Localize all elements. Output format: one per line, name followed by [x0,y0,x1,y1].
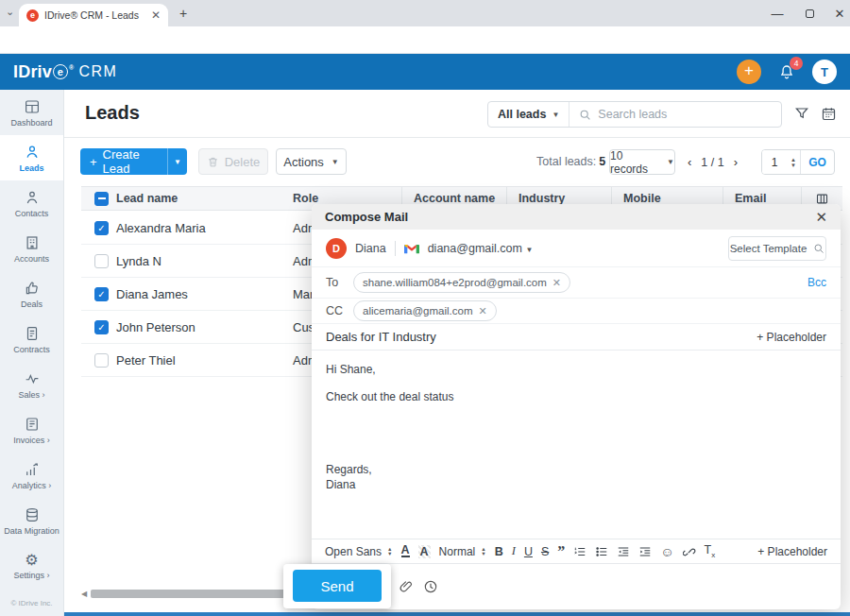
font-color-button[interactable]: A [401,545,410,557]
invoices-icon [24,416,41,433]
sidebar-item-invoices[interactable]: Invoices › [0,407,63,453]
ordered-list-button[interactable] [573,545,586,558]
strikethrough-button[interactable]: S [541,545,549,558]
gmail-icon [404,243,419,254]
underline-button[interactable]: U [524,545,533,558]
go-button[interactable]: GO [800,150,834,174]
view-filter-dropdown[interactable]: All leads ▼ [488,102,570,127]
create-lead-dropdown[interactable]: ▼ [168,148,187,175]
notifications-button[interactable]: 4 [778,63,795,80]
lead-name[interactable]: Alexandra Maria [116,221,293,235]
body-line: Hi Shane, [326,363,826,376]
logo-text: IDriv [13,62,52,82]
lead-name[interactable]: John Peterson [116,320,293,334]
scroll-left-icon[interactable]: ◀ [81,590,91,598]
font-family-dropdown[interactable]: Open Sans ▲▼ [325,545,393,558]
blockquote-button[interactable]: ” [557,547,565,556]
bcc-link[interactable]: Bcc [808,276,826,289]
notification-badge: 4 [790,57,803,70]
accounts-icon [24,234,41,251]
body-line: Check out the deal status [326,390,826,403]
sidebar-item-sales[interactable]: Sales › [0,362,63,407]
sidebar-item-analytics[interactable]: Analytics › [0,453,63,498]
close-icon[interactable]: ✕ [815,209,827,226]
prev-page-icon[interactable]: ‹ [688,155,691,169]
sidebar-item-settings[interactable]: ⚙ Settings › [0,543,63,589]
highlight-color-button[interactable]: A [418,545,431,558]
send-button[interactable]: Send [293,570,382,602]
row-checkbox[interactable] [94,254,109,268]
editor-toolbar: Open Sans ▲▼ A A Normal ▲▼ B I U S ” ☺ T… [312,539,841,564]
insert-link-button[interactable] [683,545,696,558]
recipient-chip[interactable]: shane.william084+e2prod@gmail.com ✕ [353,272,570,293]
compose-body-editor[interactable]: Hi Shane, Check out the deal status Rega… [312,351,841,539]
select-all-checkbox[interactable] [94,192,109,206]
analytics-icon [24,461,41,478]
toolbar-placeholder-button[interactable]: + Placeholder [757,545,827,558]
lead-name[interactable]: Peter Thiel [116,353,293,368]
search-input[interactable] [598,108,781,121]
quick-add-button[interactable]: + [737,60,761,84]
compose-subject-row[interactable]: Deals for IT Industry + Placeholder [312,324,841,351]
goto-page-input[interactable] [762,150,787,174]
sidebar-item-contracts[interactable]: Contracts [0,317,63,362]
row-checkbox[interactable]: ✓ [94,320,109,334]
col-lead-name[interactable]: Lead name [116,192,293,205]
lead-name[interactable]: Diana James [116,287,293,301]
subject-placeholder-button[interactable]: + Placeholder [756,331,826,344]
remove-recipient-icon[interactable]: ✕ [552,277,561,289]
sidebar-item-data-migration[interactable]: Data Migration [0,498,63,543]
row-checkbox[interactable]: ✓ [94,287,109,301]
create-lead-button[interactable]: + Create Lead [80,148,168,175]
compose-to-row[interactable]: To shane.william084+e2prod@gmail.com ✕ B… [312,267,841,299]
browser-tab[interactable]: e IDrive® CRM - Leads ✕ [19,4,168,26]
outdent-button[interactable] [617,545,630,558]
lead-name[interactable]: Lynda N [116,254,293,268]
row-checkbox[interactable] [94,353,109,368]
bullet-list-button[interactable] [595,545,608,558]
col-role[interactable]: Role [293,192,401,205]
leads-icon [24,144,41,161]
delete-button[interactable]: Delete [198,148,268,175]
sidebar-item-accounts[interactable]: Accounts [0,226,63,271]
select-template-button[interactable]: Select Template [728,236,826,261]
sidebar-item-deals[interactable]: Deals [0,271,63,317]
sender-email-dropdown[interactable]: diana@gmail.com ▼ [428,242,534,255]
indent-button[interactable] [638,545,652,558]
paragraph-style-dropdown[interactable]: Normal ▲▼ [439,545,486,558]
records-per-page-dropdown[interactable]: 10 records ▼ [609,149,675,175]
compose-cc-row[interactable]: CC alicemaria@gmail.com ✕ [312,299,841,324]
browser-url-row: ← → ↻ designdev.idrivecrm.com/app/leads … [0,26,850,54]
updown-icon: ▲▼ [481,547,485,556]
page-stepper[interactable]: ▲▼ [787,150,800,174]
italic-button[interactable]: I [512,544,516,558]
window-minimize-button[interactable]: — [761,0,793,26]
user-avatar[interactable]: T [812,60,837,84]
window-close-button[interactable]: ✕ [824,0,850,26]
page-title: Leads [85,102,140,124]
chevron-down-icon: ▼ [174,158,181,166]
divider [395,241,396,256]
filter-icon[interactable] [794,106,809,121]
bold-button[interactable]: B [495,545,503,558]
tab-close-icon[interactable]: ✕ [151,9,161,21]
cc-chip[interactable]: alicemaria@gmail.com ✕ [353,300,497,321]
sender-avatar: D [326,238,347,259]
emoji-button[interactable]: ☺ [660,545,673,558]
clear-format-button[interactable]: Tx [705,543,716,559]
subject-text[interactable]: Deals for IT Industry [326,330,436,344]
window-maximize-button[interactable] [793,0,825,26]
sidebar-item-contacts[interactable]: Contacts [0,180,63,226]
schedule-clock-icon[interactable] [423,579,438,594]
remove-cc-icon[interactable]: ✕ [478,305,486,317]
sidebar-item-leads[interactable]: Leads [0,135,63,180]
tab-search-chevron-icon[interactable]: ⌄ [6,6,14,18]
new-tab-button[interactable]: + [179,7,187,20]
sidebar-item-dashboard[interactable]: Dashboard [0,90,63,135]
next-page-icon[interactable]: › [734,155,738,169]
compose-title: Compose Mail [325,210,408,224]
attach-file-icon[interactable] [399,579,414,594]
calendar-icon[interactable] [821,106,837,122]
actions-button[interactable]: Actions ▼ [276,148,347,175]
row-checkbox[interactable]: ✓ [94,221,109,235]
